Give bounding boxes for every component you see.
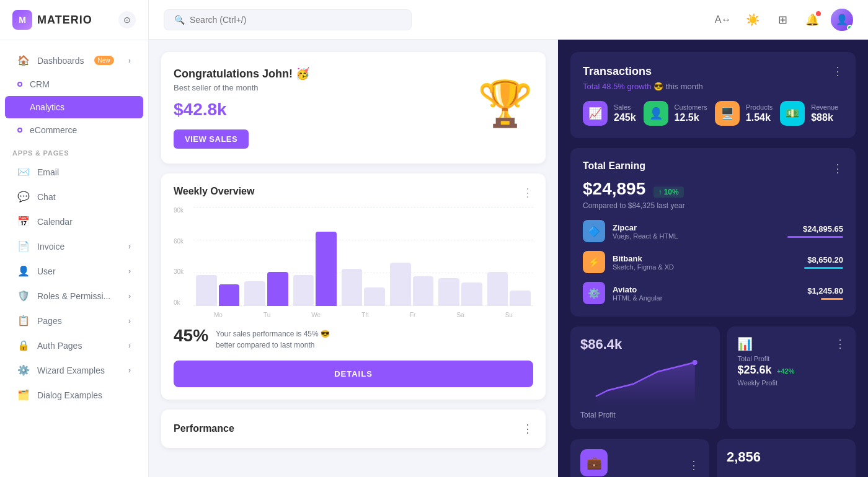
profit-row: $86.4k Total Profit [570,326,856,429]
sidebar-item-pages[interactable]: 📋 Pages › [5,309,143,333]
sidebar-item-calendar[interactable]: 📅 Calendar [5,209,143,234]
earning-item-bitbank: ⚡ Bitbank Sketch, Figma & XD $8,650.20 [583,251,843,273]
content-area: Congratulations John! 🥳 Best seller of t… [149,40,868,477]
bar-fr-light [390,263,411,306]
ecommerce-circle-icon [17,128,22,133]
search-bar[interactable]: 🔍 [164,9,412,30]
search-input[interactable] [190,15,401,25]
trans-header: Transactions ⋮ [583,64,843,78]
sidebar-item-email[interactable]: ✉️ Email [5,160,143,184]
avatar[interactable]: 👤 [831,9,853,31]
performance-header: Performance ⋮ [174,422,533,435]
new-project-menu-btn[interactable]: ⋮ [688,458,699,472]
sidebar-item-dashboards-label: Dashboards [37,56,84,66]
x-label-th: Th [361,312,369,318]
bar-fr-purple [413,276,434,306]
weekly-menu-btn[interactable]: ⋮ [522,186,533,199]
apps-pages-section-title: APPS & PAGES [0,142,148,159]
chart-bars-area [193,207,533,306]
big-number-2856: 2,856 [727,449,846,465]
details-button[interactable]: DETAILS [174,361,533,387]
zipcar-tech: Vuejs, React & HTML [613,232,780,240]
weekly-profit-menu-btn[interactable]: ⋮ [835,337,846,351]
congrats-card: Congratulations John! 🥳 Best seller of t… [161,52,546,164]
bar-sa-light [438,278,459,306]
logo-icon: M [12,10,32,30]
sidebar-item-calendar-label: Calendar [37,217,73,227]
bar-we-purple [316,232,337,306]
weekly-desc: Your sales performance is 45% 😎better co… [216,326,330,351]
weekly-profit-header: 📊 ⋮ [737,336,846,351]
new-project-card: 💼 ⋮ New Project 862 -18% Ye... [570,439,709,477]
trans-stat-sales: 📈 Sales 245k [583,101,636,126]
bar-group-we [293,232,337,306]
x-label-su: Su [505,312,513,318]
bitbank-name: Bitbank [613,254,780,263]
weekly-header: Weekly Overview ⋮ [174,186,533,199]
aviato-name: Aviato [613,285,780,294]
sidebar-item-roles-label: Roles & Permissi... [37,291,110,301]
zipcar-info: Zipcar Vuejs, React & HTML [613,223,780,240]
revenue-icon: 💵 [780,101,805,126]
sidebar-item-roles[interactable]: 🛡️ Roles & Permissi... › [5,284,143,308]
search-icon: 🔍 [174,15,185,25]
sidebar-item-crm-label: CRM [30,79,50,89]
grid-btn[interactable]: ⊞ [771,9,794,31]
sidebar-item-ecommerce-label: eCommerce [30,125,77,135]
aviato-amount-col: $1,245.80 [787,286,843,300]
translate-icon: A↔ [715,14,732,25]
y-label-60k: 60k [174,238,184,245]
sidebar-item-crm[interactable]: CRM [5,73,143,95]
products-label: Products [746,103,773,111]
sales-value: 245k [614,112,636,123]
theme-btn[interactable]: ☀️ [742,9,764,31]
revenue-label: Revenue [811,103,838,111]
mini-bars-card: 2,856 [717,439,856,477]
invoice-chevron: › [128,242,131,251]
sales-label: Sales [614,103,636,111]
topbar: 🔍 A↔ ☀️ ⊞ 🔔 👤 [149,0,868,40]
analytics-circle-icon [17,105,22,110]
trans-month-text: this month [666,82,703,91]
trans-stats: 📈 Sales 245k 👤 Customers 12.5k [583,101,843,126]
sidebar-item-email-label: Email [37,167,59,177]
bitbank-info: Bitbank Sketch, Figma & XD [613,254,780,271]
sidebar-item-chat-label: Chat [37,192,56,202]
sales-info: Sales 245k [614,103,636,123]
sidebar-item-chat[interactable]: 💬 Chat [5,185,143,209]
notification-btn[interactable]: 🔔 [801,9,823,31]
sidebar-item-user[interactable]: 👤 User › [5,259,143,283]
auth-chevron: › [128,341,131,350]
performance-menu-btn[interactable]: ⋮ [522,422,533,435]
view-sales-button[interactable]: VIEW SALES [174,129,249,149]
translate-btn[interactable]: A↔ [712,9,734,31]
sales-icon: 📈 [583,101,608,126]
earning-header: Total Earning ⋮ [583,160,843,177]
user-chevron: › [128,267,131,276]
sidebar-item-dialog[interactable]: 🗂️ Dialog Examples [5,383,143,407]
revenue-info: Revenue $88k [811,103,838,123]
bitbank-tech: Sketch, Figma & XD [613,263,780,271]
sidebar-item-wizard[interactable]: ⚙️ Wizard Examples › [5,358,143,382]
earning-compare: Compared to $84,325 last year [583,201,843,210]
chart-y-axis: 90k 60k 30k 0k [174,207,184,306]
sidebar-item-analytics[interactable]: Analytics [5,96,143,118]
sidebar-item-dashboards[interactable]: 🏠 Dashboards New › [5,48,143,72]
trans-menu-btn[interactable]: ⋮ [832,64,843,78]
weekly-overview-card: Weekly Overview ⋮ 90k 60k 30k 0k [161,173,546,400]
earning-item-aviato: ⚙️ Aviato HTML & Angular $1,245.80 [583,282,843,304]
products-icon: 🖥️ [715,101,740,126]
sidebar-item-auth[interactable]: 🔒 Auth Pages › [5,333,143,357]
sidebar-item-invoice[interactable]: 📄 Invoice › [5,234,143,258]
earning-menu-btn[interactable]: ⋮ [832,162,843,175]
y-label-0k: 0k [174,299,184,306]
bar-group-mo [196,275,239,306]
aviato-info: Aviato HTML & Angular [613,285,780,302]
zipcar-logo: 🔷 [583,220,605,242]
sidebar-item-ecommerce[interactable]: eCommerce [5,119,143,141]
weekly-title: Weekly Overview [174,186,254,197]
sidebar-collapse-btn[interactable]: ⊙ [118,11,136,28]
bitbank-logo: ⚡ [583,251,605,273]
left-panel: Congratulations John! 🥳 Best seller of t… [149,40,558,477]
zipcar-amount: $24,895.65 [787,224,843,234]
